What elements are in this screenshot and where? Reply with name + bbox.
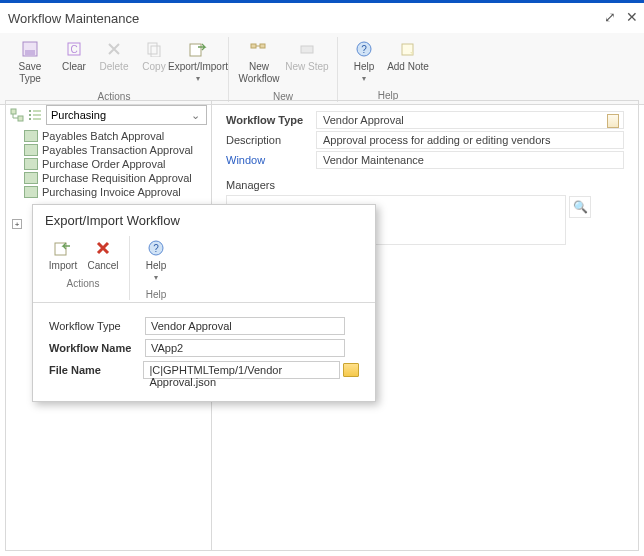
- modal-workflow-name-label: Workflow Name: [49, 342, 145, 354]
- save-icon: [20, 39, 40, 59]
- help-icon: ?: [146, 238, 166, 258]
- window-header: Workflow Maintenance ⤢ ✕: [0, 3, 644, 33]
- help-icon: ?: [354, 39, 374, 59]
- ribbon-group-help: Help: [378, 90, 399, 101]
- new-step-button: New Step: [283, 37, 331, 87]
- modal-workflow-name-input[interactable]: VApp2: [145, 339, 345, 357]
- workflow-type-value: Vendor Approval: [316, 111, 624, 129]
- window-title: Workflow Maintenance: [8, 11, 139, 26]
- tree-item[interactable]: Purchase Requisition Approval: [10, 171, 207, 185]
- workflow-item-icon: [24, 158, 38, 170]
- cancel-icon: [93, 238, 113, 258]
- svg-rect-13: [11, 109, 16, 114]
- save-type-button[interactable]: Save Type: [6, 37, 54, 87]
- svg-rect-1: [25, 50, 35, 55]
- svg-rect-7: [251, 44, 256, 48]
- description-value: Approval process for adding or editing v…: [316, 131, 624, 149]
- add-note-button[interactable]: Add Note: [384, 37, 432, 86]
- new-step-icon: [297, 39, 317, 59]
- window-link[interactable]: Window: [226, 154, 316, 166]
- clear-icon: C: [64, 39, 84, 59]
- tree-item[interactable]: Payables Batch Approval: [10, 129, 207, 143]
- svg-rect-17: [29, 118, 31, 120]
- modal-workflow-type-label: Workflow Type: [49, 320, 145, 332]
- export-import-modal: Export/Import Workflow Import Cancel Act…: [32, 204, 376, 402]
- list-icon[interactable]: [28, 108, 42, 122]
- tree-item[interactable]: Payables Transaction Approval: [10, 143, 207, 157]
- modal-file-name-input[interactable]: |C|GPHTMLTemp/1/Vendor Approval.json: [143, 361, 340, 379]
- svg-rect-9: [301, 46, 313, 53]
- tree-item[interactable]: Purchase Order Approval: [10, 157, 207, 171]
- chevron-down-icon: ▾: [196, 74, 200, 84]
- module-dropdown[interactable]: Purchasing: [46, 105, 207, 125]
- svg-rect-19: [33, 114, 41, 116]
- workflow-item-icon: [24, 130, 38, 142]
- chevron-down-icon: ▾: [154, 273, 158, 283]
- import-button[interactable]: Import: [43, 236, 83, 274]
- workflow-item-icon: [24, 172, 38, 184]
- folder-icon[interactable]: [343, 363, 359, 377]
- modal-workflow-type-value: Vendor Approval: [145, 317, 345, 335]
- workflow-item-icon: [24, 186, 38, 198]
- export-import-icon: [188, 39, 208, 59]
- managers-label: Managers: [226, 179, 624, 191]
- copy-icon: [144, 39, 164, 59]
- workflow-type-label: Workflow Type: [226, 114, 316, 126]
- modal-title: Export/Import Workflow: [33, 205, 375, 236]
- search-icon[interactable]: 🔍: [569, 196, 591, 218]
- modal-help-button[interactable]: ? Help ▾: [136, 236, 176, 285]
- svg-rect-14: [18, 116, 23, 121]
- delete-icon: [104, 39, 124, 59]
- svg-rect-20: [33, 118, 41, 120]
- cancel-button[interactable]: Cancel: [83, 236, 123, 274]
- svg-rect-16: [29, 114, 31, 116]
- close-icon[interactable]: ✕: [626, 9, 638, 25]
- modal-group-actions: Actions: [67, 278, 100, 289]
- modal-file-name-label: File Name: [49, 364, 143, 376]
- clear-button[interactable]: C Clear: [54, 37, 94, 87]
- svg-text:?: ?: [361, 44, 367, 55]
- window-value: Vendor Maintenance: [316, 151, 624, 169]
- svg-rect-15: [29, 110, 31, 112]
- delete-button: Delete: [94, 37, 134, 87]
- new-workflow-button[interactable]: New Workflow: [235, 37, 283, 87]
- svg-text:?: ?: [153, 243, 159, 254]
- svg-rect-8: [260, 44, 265, 48]
- workflow-tree: Payables Batch Approval Payables Transac…: [10, 129, 207, 199]
- svg-rect-18: [33, 110, 41, 112]
- page-icon[interactable]: [607, 114, 619, 128]
- workflow-item-icon: [24, 144, 38, 156]
- description-label: Description: [226, 134, 316, 146]
- new-workflow-icon: [249, 39, 269, 59]
- svg-text:C: C: [70, 44, 77, 55]
- note-icon: [398, 39, 418, 59]
- export-import-button[interactable]: Export/Import ▾: [174, 37, 222, 87]
- svg-rect-4: [148, 43, 157, 54]
- help-button[interactable]: ? Help ▾: [344, 37, 384, 86]
- tree-icon[interactable]: [10, 108, 24, 122]
- svg-rect-5: [151, 46, 160, 57]
- tree-item[interactable]: Purchasing Invoice Approval: [10, 185, 207, 199]
- expand-icon[interactable]: ⤢: [604, 9, 616, 25]
- svg-rect-6: [190, 44, 201, 56]
- chevron-down-icon: ▾: [362, 74, 366, 84]
- import-icon: [53, 238, 73, 258]
- modal-group-help: Help: [146, 289, 167, 300]
- expand-node-icon[interactable]: +: [12, 219, 22, 229]
- ribbon: Save Type C Clear Delete Copy Export/Imp…: [0, 33, 644, 105]
